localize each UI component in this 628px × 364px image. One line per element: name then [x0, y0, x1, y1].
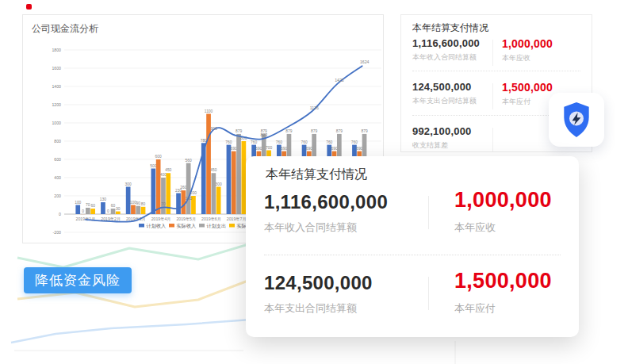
svg-text:400: 400 — [160, 173, 167, 177]
svg-text:690: 690 — [255, 147, 262, 151]
security-shield-card — [549, 93, 604, 147]
svg-text:1425: 1425 — [335, 78, 344, 82]
svg-text:879: 879 — [285, 129, 292, 133]
svg-text:130: 130 — [185, 196, 192, 201]
settlement-popup-card: 本年结算支付情况 1,116,600,000 本年收入合同结算额 1,000,0… — [246, 156, 579, 337]
red-indicator-dot — [26, 4, 32, 10]
popup-payable-value: 1,500,000 — [454, 269, 552, 293]
dashboard: -200020040060080010001200140016001800100… — [0, 0, 628, 364]
popup-receivable-value: 1,000,000 — [454, 188, 552, 213]
popup-dotted-separator — [264, 255, 561, 255]
svg-text:900: 900 — [210, 126, 217, 131]
svg-text:2019年4月: 2019年4月 — [151, 216, 171, 222]
svg-text:计划收入: 计划收入 — [147, 223, 167, 228]
svg-text:2019年5月: 2019年5月 — [176, 216, 196, 222]
svg-text:130: 130 — [100, 197, 106, 201]
svg-text:1100: 1100 — [205, 109, 213, 113]
risk-reduction-badge: 降低资金风险 — [24, 267, 132, 293]
svg-text:690: 690 — [281, 147, 287, 151]
popup-row-income: 1,116,600,000 本年收入合同结算额 1,000,000 本年应收 — [264, 191, 561, 251]
svg-text:600: 600 — [54, 157, 61, 162]
receivable-label: 本年应收 — [502, 53, 553, 63]
svg-text:450: 450 — [210, 168, 216, 172]
svg-text:260: 260 — [180, 186, 186, 190]
chart-title: 公司现金流分析 — [32, 22, 98, 36]
svg-text:690: 690 — [231, 147, 237, 151]
svg-text:30: 30 — [116, 207, 121, 211]
svg-text:70: 70 — [161, 201, 166, 206]
svg-text:100: 100 — [75, 201, 81, 205]
dotted-separator — [412, 71, 580, 71]
popup-payable-label: 本年应付 — [454, 301, 552, 316]
svg-text:760: 760 — [326, 140, 332, 144]
svg-text:1126: 1126 — [310, 105, 319, 110]
svg-text:690: 690 — [356, 147, 362, 151]
svg-text:80: 80 — [141, 202, 146, 206]
popup-column-divider — [428, 196, 429, 229]
svg-text:760: 760 — [251, 140, 257, 144]
svg-text:800: 800 — [54, 139, 61, 144]
svg-text:879: 879 — [361, 129, 367, 133]
svg-text:879: 879 — [336, 129, 343, 133]
svg-text:300: 300 — [125, 182, 132, 186]
column-divider — [492, 128, 493, 151]
svg-text:70: 70 — [86, 203, 90, 207]
svg-text:实际收入: 实际收入 — [177, 223, 197, 229]
column-divider — [492, 40, 493, 66]
svg-text:60: 60 — [90, 204, 95, 208]
payable-value: 1,500,000 — [502, 81, 553, 94]
svg-text:879: 879 — [236, 129, 242, 133]
popup-title: 本年结算支付情况 — [266, 167, 367, 183]
svg-text:879: 879 — [311, 129, 317, 133]
svg-text:60: 60 — [111, 204, 116, 208]
svg-text:560: 560 — [186, 159, 192, 163]
svg-text:1400: 1400 — [52, 84, 61, 89]
popup-receivable-label: 本年应收 — [454, 220, 552, 235]
svg-text:计划支出: 计划支出 — [207, 223, 227, 229]
svg-text:1200: 1200 — [52, 102, 61, 107]
svg-text:-200: -200 — [53, 230, 61, 235]
column-divider — [492, 83, 493, 109]
svg-text:0: 0 — [107, 209, 109, 213]
svg-text:400: 400 — [54, 175, 61, 180]
shield-lightning-icon — [561, 102, 592, 138]
receivable-value: 1,000,000 — [502, 37, 553, 50]
svg-text:2019年7月: 2019年7月 — [227, 216, 247, 222]
svg-text:690: 690 — [306, 147, 312, 151]
popup-row-expense: 124,500,000 本年支出合同结算额 1,500,000 本年应付 — [264, 272, 561, 332]
svg-text:1600: 1600 — [52, 66, 61, 71]
svg-text:760: 760 — [225, 140, 232, 144]
income-settlement-value: 1,116,600,000 — [412, 37, 584, 49]
expense-settlement-value: 124,500,000 — [412, 81, 584, 93]
svg-text:690: 690 — [331, 147, 337, 151]
income-settlement-label: 本年收入合同结算额 — [412, 52, 584, 63]
svg-text:0: 0 — [82, 209, 84, 213]
svg-text:1624: 1624 — [360, 59, 370, 64]
payable-label: 本年应付 — [502, 97, 553, 107]
svg-text:200: 200 — [54, 193, 61, 198]
svg-text:0: 0 — [59, 212, 61, 216]
svg-text:1800: 1800 — [52, 48, 61, 52]
popup-column-divider — [428, 277, 429, 310]
svg-text:1000: 1000 — [52, 121, 61, 125]
svg-text:600: 600 — [155, 155, 162, 159]
svg-text:760: 760 — [276, 140, 282, 144]
svg-text:450: 450 — [165, 168, 171, 172]
svg-text:2019年6月: 2019年6月 — [201, 216, 221, 222]
settlement-row-income: 1,116,600,000 本年收入合同结算额 1,000,000 本年应收 — [412, 37, 584, 63]
svg-text:300: 300 — [216, 182, 222, 186]
svg-text:760: 760 — [351, 140, 358, 144]
settlement-panel-title: 本年结算支付情况 — [412, 21, 488, 35]
svg-text:823: 823 — [261, 132, 268, 137]
svg-text:700: 700 — [266, 146, 272, 150]
svg-text:760: 760 — [301, 140, 307, 144]
svg-text:90: 90 — [136, 201, 141, 205]
svg-text:500: 500 — [150, 164, 156, 168]
